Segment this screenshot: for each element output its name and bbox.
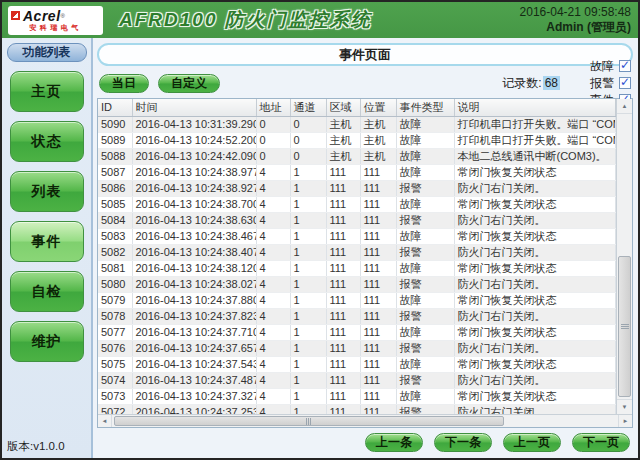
table-cell: 5085 [98, 196, 132, 212]
sidebar-item-event[interactable]: 事件 [10, 221, 84, 262]
table-cell: 报警 [396, 308, 454, 324]
scroll-left-icon[interactable]: ◄ [98, 415, 112, 427]
table-row[interactable]: 50902016-04-13 10:31:39.29000主机主机故障打印机串口… [98, 116, 616, 132]
sidebar-item-list[interactable]: 列表 [10, 171, 84, 212]
table-row[interactable]: 50842016-04-13 10:24:38.63041111111报警防火门… [98, 212, 616, 228]
column-header-3[interactable]: 通道 [290, 99, 326, 116]
table-cell: 111 [326, 180, 360, 196]
table-cell: 111 [326, 212, 360, 228]
version-label: 版本:v1.0.0 [7, 439, 65, 454]
scroll-right-icon[interactable]: ► [618, 415, 632, 427]
table-row[interactable]: 50822016-04-13 10:24:38.40741111111报警防火门… [98, 244, 616, 260]
table-cell: 5075 [98, 356, 132, 372]
column-header-7[interactable]: 说明 [454, 99, 616, 116]
table-cell: 4 [256, 276, 290, 292]
table-cell: 4 [256, 196, 290, 212]
table-row[interactable]: 50832016-04-13 10:24:38.46741111111故障常闭门… [98, 228, 616, 244]
table-cell: 111 [360, 260, 396, 276]
next-item-button[interactable]: 下一条 [434, 433, 492, 452]
sidebar-item-status[interactable]: 状态 [10, 121, 84, 162]
brand-subtitle: 安科瑞电气 [11, 23, 100, 32]
table-cell: 111 [360, 276, 396, 292]
checkbox-fault[interactable]: ✓ [619, 60, 631, 72]
main-content: 事件页面 当日 自定义 记录数: 68 故障✓报警✓事件✓ [93, 38, 638, 458]
column-header-0[interactable]: ID [98, 99, 132, 116]
table-row[interactable]: 50802016-04-13 10:24:38.02741111111报警防火门… [98, 276, 616, 292]
table-row[interactable]: 50722016-04-13 10:24:37.25341111111报警防火门… [98, 404, 616, 414]
table-row[interactable]: 50792016-04-13 10:24:37.88041111111故障常闭门… [98, 292, 616, 308]
table-cell: 报警 [396, 276, 454, 292]
sidebar-item-home[interactable]: 主页 [10, 71, 84, 112]
table-cell: 故障 [396, 196, 454, 212]
sidebar-item-maintain[interactable]: 维护 [10, 321, 84, 362]
table-cell: 4 [256, 340, 290, 356]
table-cell: 1 [290, 228, 326, 244]
prev-item-button[interactable]: 上一条 [365, 433, 423, 452]
horizontal-scrollbar[interactable]: ◄ ► [98, 414, 632, 427]
acrel-logo-icon [11, 11, 20, 20]
table-row[interactable]: 50872016-04-13 10:24:38.97741111111故障常闭门… [98, 164, 616, 180]
checkbox-alarm[interactable]: ✓ [619, 77, 631, 89]
column-header-1[interactable]: 时间 [132, 99, 256, 116]
acrel-logo: Acrel ® 安科瑞电气 [8, 6, 103, 35]
table-row[interactable]: 50782016-04-13 10:24:37.82341111111报警防火门… [98, 308, 616, 324]
table-row[interactable]: 50852016-04-13 10:24:38.70041111111故障常闭门… [98, 196, 616, 212]
table-cell: 111 [326, 276, 360, 292]
table-cell: 1 [290, 324, 326, 340]
today-button[interactable]: 当日 [99, 74, 149, 93]
table-cell: 1 [290, 356, 326, 372]
vertical-scrollbar-thumb[interactable] [618, 256, 631, 397]
scroll-up-icon[interactable]: ▲ [617, 99, 632, 114]
table-cell: 5081 [98, 260, 132, 276]
table-cell: 报警 [396, 404, 454, 414]
filter-alarm[interactable]: 报警✓ [590, 75, 631, 92]
horizontal-scrollbar-track[interactable] [112, 415, 618, 427]
column-header-6[interactable]: 事件类型 [396, 99, 454, 116]
table-cell: 2016-04-13 10:24:38.120 [132, 260, 256, 276]
table-row[interactable]: 50742016-04-13 10:24:37.48741111111报警防火门… [98, 372, 616, 388]
table-cell: 4 [256, 404, 290, 414]
table-cell: 2016-04-13 10:24:38.927 [132, 180, 256, 196]
sidebar-item-selfcheck[interactable]: 自检 [10, 271, 84, 312]
table-cell: 1 [290, 372, 326, 388]
table-cell: 防火门右门关闭。 [454, 340, 616, 356]
table-cell: 2016-04-13 10:24:37.657 [132, 340, 256, 356]
app-title: AFRD100 防火门监控系统 [119, 7, 372, 33]
column-header-4[interactable]: 区域 [326, 99, 360, 116]
registered-mark-icon: ® [61, 10, 65, 23]
record-count-value: 68 [543, 76, 560, 90]
table-cell: 111 [326, 388, 360, 404]
table-cell: 4 [256, 292, 290, 308]
scroll-down-icon[interactable]: ▼ [617, 399, 632, 414]
table-row[interactable]: 50892016-04-13 10:24:52.20000主机主机故障打印机串口… [98, 132, 616, 148]
table-row[interactable]: 50812016-04-13 10:24:38.12041111111故障常闭门… [98, 260, 616, 276]
table-cell: 111 [326, 340, 360, 356]
column-header-2[interactable]: 地址 [256, 99, 290, 116]
custom-range-button[interactable]: 自定义 [158, 74, 220, 93]
table-cell: 主机 [326, 148, 360, 164]
table-cell: 0 [290, 132, 326, 148]
table-row[interactable]: 50882016-04-13 10:24:42.09000主机主机故障本地二总线… [98, 148, 616, 164]
next-page-button[interactable]: 下一页 [572, 433, 630, 452]
table-row[interactable]: 50752016-04-13 10:24:37.54341111111故障常闭门… [98, 356, 616, 372]
table-cell: 2016-04-13 10:24:38.630 [132, 212, 256, 228]
table-cell: 5079 [98, 292, 132, 308]
table-cell: 1 [290, 212, 326, 228]
table-cell: 5076 [98, 340, 132, 356]
table-cell: 111 [360, 292, 396, 308]
table-cell: 2016-04-13 10:24:38.027 [132, 276, 256, 292]
filter-fault[interactable]: 故障✓ [590, 58, 631, 75]
table-row[interactable]: 50772016-04-13 10:24:37.71041111111故障常闭门… [98, 324, 616, 340]
table-row[interactable]: 50762016-04-13 10:24:37.65741111111报警防火门… [98, 340, 616, 356]
table-cell: 2016-04-13 10:24:37.710 [132, 324, 256, 340]
table-row[interactable]: 50862016-04-13 10:24:38.92741111111报警防火门… [98, 180, 616, 196]
table-row[interactable]: 50732016-04-13 10:24:37.32741111111故障常闭门… [98, 388, 616, 404]
horizontal-scrollbar-thumb[interactable] [114, 416, 504, 426]
vertical-scrollbar[interactable]: ▲ ▼ [616, 99, 632, 414]
table-cell: 5082 [98, 244, 132, 260]
column-header-5[interactable]: 位置 [360, 99, 396, 116]
table-cell: 111 [360, 244, 396, 260]
table-cell: 常闭门恢复关闭状态 [454, 164, 616, 180]
sidebar: 功能列表 主页状态列表事件自检维护 版本:v1.0.0 [2, 38, 93, 458]
prev-page-button[interactable]: 上一页 [503, 433, 561, 452]
